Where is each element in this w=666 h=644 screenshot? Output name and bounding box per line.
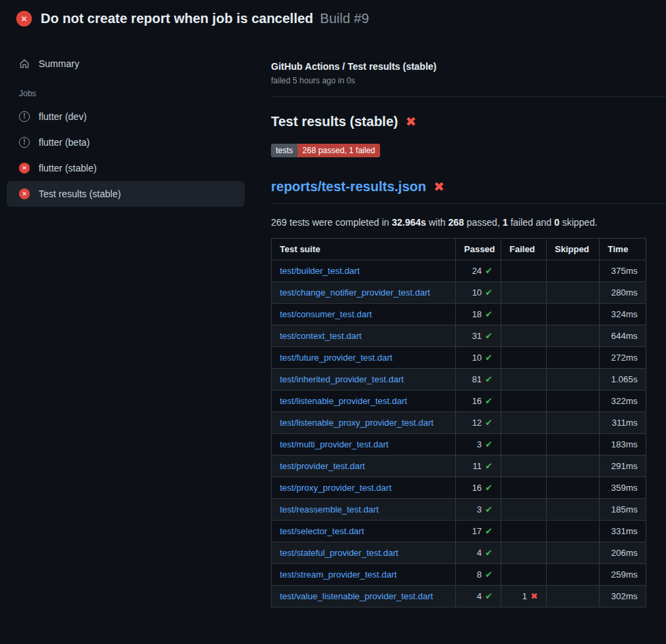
test-suite-link[interactable]: test/reassemble_test.dart bbox=[280, 504, 379, 515]
failed-cell bbox=[501, 542, 547, 564]
suite-cell: test/change_notifier_provider_test.dart bbox=[272, 282, 456, 304]
skipped-cell bbox=[547, 282, 600, 304]
divider bbox=[271, 96, 666, 97]
check-icon: ✔ bbox=[485, 548, 493, 558]
test-suite-link[interactable]: test/builder_test.dart bbox=[280, 266, 360, 276]
time-cell: 206ms bbox=[600, 542, 646, 564]
time-cell: 1.065s bbox=[600, 369, 646, 390]
table-row: test/future_provider_test.dart10✔272ms bbox=[272, 347, 646, 369]
table-row: test/proxy_provider_test.dart16✔359ms bbox=[272, 477, 646, 499]
table-row: test/listenable_proxy_provider_test.dart… bbox=[272, 412, 646, 434]
test-suite-link[interactable]: test/context_test.dart bbox=[280, 331, 362, 341]
check-icon: ✔ bbox=[485, 418, 493, 428]
skipped-cell bbox=[547, 260, 600, 282]
report-heading: reports/test-results.json ✖ bbox=[271, 179, 666, 204]
table-row: test/value_listenable_provider_test.dart… bbox=[272, 586, 646, 607]
failed-cell bbox=[501, 347, 547, 369]
summary-passed-count: 268 bbox=[449, 217, 464, 228]
check-icon: ✔ bbox=[485, 439, 493, 449]
failed-cell bbox=[501, 260, 547, 282]
test-suite-link[interactable]: test/future_provider_test.dart bbox=[280, 353, 392, 363]
x-icon: ✖ bbox=[434, 180, 444, 193]
passed-cell: 4✔ bbox=[456, 542, 501, 564]
summary-skipped-text: skipped. bbox=[560, 217, 598, 228]
test-suite-link[interactable]: test/proxy_provider_test.dart bbox=[280, 483, 392, 493]
x-circle-icon: ✕ bbox=[16, 11, 32, 26]
failed-cell bbox=[501, 325, 547, 347]
table-row: test/selector_test.dart17✔331ms bbox=[272, 521, 646, 542]
test-suite-link[interactable]: test/listenable_proxy_provider_test.dart bbox=[280, 418, 434, 428]
column-header-skipped: Skipped bbox=[547, 239, 600, 260]
check-icon: ✔ bbox=[485, 287, 493, 298]
suite-cell: test/listenable_provider_test.dart bbox=[272, 390, 456, 412]
time-cell: 259ms bbox=[600, 564, 646, 586]
passed-cell: 3✔ bbox=[456, 499, 501, 521]
sidebar-item-summary[interactable]: Summary bbox=[7, 52, 245, 75]
skipped-cell bbox=[547, 456, 600, 477]
suite-cell: test/reassemble_test.dart bbox=[272, 499, 456, 521]
check-icon: ✔ bbox=[485, 374, 493, 384]
test-suite-link[interactable]: test/value_listenable_provider_test.dart bbox=[280, 591, 433, 601]
test-suite-link[interactable]: test/selector_test.dart bbox=[280, 526, 364, 536]
section-heading-label: Test results (stable) bbox=[271, 114, 398, 129]
passed-cell: 4✔ bbox=[456, 586, 501, 607]
test-suite-link[interactable]: test/multi_provider_test.dart bbox=[280, 439, 388, 449]
test-suite-link[interactable]: test/inherited_provider_test.dart bbox=[280, 374, 404, 384]
skipped-cell bbox=[547, 434, 600, 456]
suite-cell: test/consumer_test.dart bbox=[272, 304, 456, 325]
time-cell: 375ms bbox=[600, 260, 646, 282]
failed-cell bbox=[501, 390, 547, 412]
column-header-test-suite: Test suite bbox=[272, 239, 456, 260]
check-icon: ✔ bbox=[485, 483, 493, 493]
suite-cell: test/selector_test.dart bbox=[272, 521, 456, 542]
skipped-cell bbox=[547, 564, 600, 586]
check-icon: ✔ bbox=[485, 591, 493, 601]
test-suite-link[interactable]: test/stateful_provider_test.dart bbox=[280, 548, 398, 558]
summary-prefix: 269 tests were completed in bbox=[271, 217, 392, 228]
test-suite-link[interactable]: test/consumer_test.dart bbox=[280, 309, 372, 319]
sidebar-item-flutter-beta[interactable]: !flutter (beta) bbox=[7, 129, 245, 155]
sidebar-item-flutter-stable[interactable]: ✕flutter (stable) bbox=[7, 155, 245, 181]
jobs-list: !flutter (dev)!flutter (beta)✕flutter (s… bbox=[7, 104, 245, 207]
x-icon: ✖ bbox=[530, 591, 538, 601]
check-icon: ✔ bbox=[485, 266, 493, 276]
check-icon: ✔ bbox=[485, 569, 493, 580]
passed-cell: 18✔ bbox=[456, 304, 501, 325]
skipped-cell bbox=[547, 521, 600, 542]
summary-with: with bbox=[426, 217, 449, 228]
test-suite-link[interactable]: test/provider_test.dart bbox=[280, 461, 365, 471]
table-row: test/inherited_provider_test.dart81✔1.06… bbox=[272, 369, 646, 390]
time-cell: 311ms bbox=[600, 412, 646, 434]
column-header-time: Time bbox=[600, 239, 646, 260]
test-suite-link[interactable]: test/change_notifier_provider_test.dart bbox=[280, 287, 430, 298]
alert-circle-icon: ! bbox=[19, 137, 30, 148]
suite-cell: test/inherited_provider_test.dart bbox=[272, 369, 456, 390]
failed-cell bbox=[501, 434, 547, 456]
report-file-link[interactable]: reports/test-results.json bbox=[271, 179, 426, 195]
failed-cell: 1✖ bbox=[501, 586, 547, 607]
sidebar-item-flutter-dev[interactable]: !flutter (dev) bbox=[7, 104, 245, 129]
x-icon: ✖ bbox=[405, 115, 416, 128]
table-row: test/listenable_provider_test.dart16✔322… bbox=[272, 390, 646, 412]
skipped-cell bbox=[547, 325, 600, 347]
failed-cell bbox=[501, 564, 547, 586]
skipped-cell bbox=[547, 542, 600, 564]
job-label: flutter (dev) bbox=[39, 111, 87, 122]
suite-cell: test/context_test.dart bbox=[272, 325, 456, 347]
badge-label: tests bbox=[271, 144, 297, 157]
test-suite-link[interactable]: test/listenable_provider_test.dart bbox=[280, 396, 407, 406]
job-label: flutter (stable) bbox=[39, 163, 97, 174]
passed-cell: 16✔ bbox=[456, 390, 501, 412]
table-row: test/builder_test.dart24✔375ms bbox=[272, 260, 646, 282]
check-icon: ✔ bbox=[485, 396, 493, 406]
time-cell: 291ms bbox=[600, 456, 646, 477]
time-cell: 280ms bbox=[600, 282, 646, 304]
run-title: Do not create report when job is cancell… bbox=[41, 11, 313, 26]
check-icon: ✔ bbox=[485, 526, 493, 536]
passed-cell: 10✔ bbox=[456, 282, 501, 304]
jobs-section-label: Jobs bbox=[7, 75, 245, 104]
suite-cell: test/listenable_proxy_provider_test.dart bbox=[272, 412, 456, 434]
test-suite-link[interactable]: test/stream_provider_test.dart bbox=[280, 569, 397, 580]
passed-cell: 17✔ bbox=[456, 521, 501, 542]
sidebar-item-test-results-stable[interactable]: ✕Test results (stable) bbox=[7, 181, 245, 207]
